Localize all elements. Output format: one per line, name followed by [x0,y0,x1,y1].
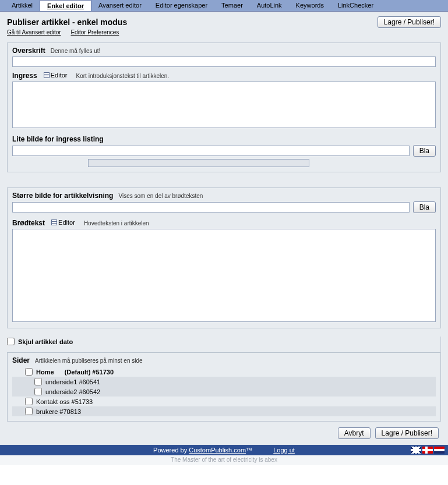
tab-avansert-editor[interactable]: Avansert editor [91,0,149,11]
powered-by-link[interactable]: CustomPublish.com [189,447,246,454]
hide-article-date-checkbox[interactable] [7,338,15,345]
overskrift-hint: Denne må fylles ut! [51,48,101,54]
flag-no-icon[interactable] [422,447,433,454]
page-suffix: (Default) #51730 [65,369,114,376]
flag-nl-icon[interactable] [434,447,445,454]
save-publish-top-button[interactable]: Lagre / Publiser! [378,16,441,28]
tabs-bar: Artikkel Enkel editor Avansert editor Ed… [0,0,448,12]
page-label: underside1 #60541 [45,378,100,385]
link-editor-preferences[interactable]: Editor Preferences [70,29,119,36]
separator [440,337,441,353]
page-label: Home [36,369,54,376]
hide-article-date-label: Skjul artikkel dato [18,338,73,345]
tree-row-kontakt: Kontakt oss #51733 [12,397,436,406]
overskrift-label: Overskrift [12,47,45,55]
panel-bigimage-body: Større bilde for artikkelvisning Vises s… [7,187,441,328]
tab-autolink[interactable]: AutoLink [250,0,289,11]
big-image-input[interactable] [12,202,410,213]
powered-by-suffix: ™ [246,447,252,454]
editor-icon [44,72,50,78]
page-label: underside2 #60542 [45,388,100,395]
small-image-browse-button[interactable]: Bla [413,145,436,157]
body-label: Brødtekst [12,219,45,227]
content-area: Publiser artikkel - enkel modus Gå til A… [0,12,448,445]
editor-toggle-label: Editor [58,219,75,226]
body-textarea[interactable] [12,229,436,322]
tree-row-home: Home (Default) #51730 [12,367,436,377]
panel-pages: Sider Artikkelen må publiseres på minst … [7,352,441,422]
link-advanced-editor[interactable]: Gå til Avansert editor [7,29,61,36]
ingress-editor-toggle[interactable]: Editor [44,72,68,79]
body-hint: Hovedteksten i artikkelen [84,220,149,226]
pages-tree: Home (Default) #51730 underside1 #60541 … [12,367,436,416]
page-label: brukere #70813 [36,408,81,415]
editor-icon [51,220,57,225]
page-checkbox[interactable] [25,398,33,405]
big-image-hint: Vises som en del av brødteksten [118,193,203,199]
big-image-browse-button[interactable]: Bla [413,201,436,213]
flag-uk-icon[interactable] [411,447,421,454]
tree-row-underside1: underside1 #60541 [12,377,436,387]
cancel-button[interactable]: Avbryt [338,427,371,439]
page-checkbox[interactable] [34,378,42,385]
pages-label: Sider [12,356,30,364]
panel-heading-ingress: Overskrift Denne må fylles ut! Ingress E… [7,43,441,172]
page-checkbox[interactable] [25,408,33,415]
upload-progress [88,159,309,167]
page-title: Publiser artikkel - enkel modus [7,17,127,27]
tab-linkchecker[interactable]: LinkChecker [331,0,380,11]
editor-toggle-label: Editor [51,72,68,79]
logout-link[interactable]: Logg ut [273,447,295,454]
tab-artikkel[interactable]: Artikkel [5,0,40,11]
footer-bar: Powered by CustomPublish.com™ Logg ut [0,445,448,455]
ingress-textarea[interactable] [12,82,436,128]
tab-temaer[interactable]: Temaer [214,0,250,11]
language-flags [411,447,445,454]
tree-row-brukere: brukere #70813 [12,406,436,416]
tab-editor-egenskaper[interactable]: Editor egenskaper [149,0,214,11]
body-editor-toggle[interactable]: Editor [51,219,75,226]
footer: Powered by CustomPublish.com™ Logg ut Th… [0,445,448,465]
page-checkbox[interactable] [25,368,33,376]
small-image-input[interactable] [12,146,410,156]
tab-keywords[interactable]: Keywords [289,0,331,11]
tab-enkel-editor[interactable]: Enkel editor [40,0,91,11]
small-image-label: Lite bilde for ingress listing [12,135,104,143]
tree-row-underside2: underside2 #60542 [12,387,436,397]
save-publish-bottom-button[interactable]: Lagre / Publiser! [375,427,439,439]
powered-by-prefix: Powered by [153,447,189,454]
pages-hint: Artikkelen må publiseres på minst en sid… [35,357,143,364]
footer-tagline: The Master of the art of electricity is … [0,455,448,465]
ingress-label: Ingress [12,72,37,80]
overskrift-input[interactable] [12,56,436,67]
page-label: Kontakt oss #51733 [36,398,93,405]
ingress-hint: Kort introduksjonstekst til artikkelen. [76,73,170,79]
big-image-label: Større bilde for artikkelvisning [12,192,113,200]
page-checkbox[interactable] [34,388,42,395]
